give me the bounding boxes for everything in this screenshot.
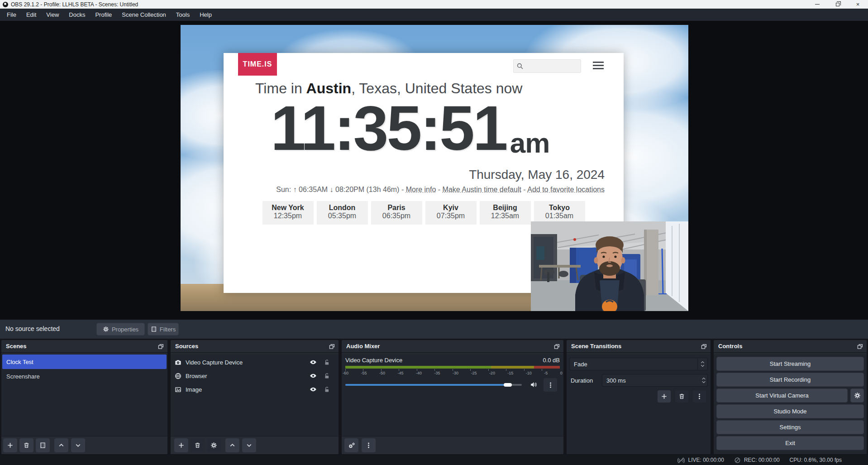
popout-icon[interactable] <box>157 343 164 350</box>
spinbox-arrows[interactable] <box>701 374 706 386</box>
scenes-title: Scenes <box>1 343 27 350</box>
city-card: New York12:35pm <box>262 201 314 225</box>
source-toolbar: No source selected Properties Filters <box>0 320 868 339</box>
sources-panel: Sources Video Capture Device Browser <box>171 340 339 454</box>
visibility-eye-icon[interactable] <box>310 372 317 379</box>
timeis-clock-row: 11:35:51 am <box>271 96 549 160</box>
sources-title: Sources <box>171 343 198 350</box>
remove-scene-button[interactable] <box>19 438 33 452</box>
chevron-up-icon <box>701 377 706 380</box>
cpu-fps-stats: CPU: 0.6%, 30.00 fps <box>790 457 842 463</box>
remove-source-button[interactable] <box>191 438 205 452</box>
add-source-button[interactable] <box>174 438 188 452</box>
source-item-image[interactable]: Image <box>171 383 339 396</box>
start-streaming-button[interactable]: Start Streaming <box>716 357 864 371</box>
add-transition-button[interactable] <box>658 390 671 403</box>
visibility-eye-icon[interactable] <box>310 386 317 393</box>
audio-mixer-header[interactable]: Audio Mixer <box>342 340 563 353</box>
menu-scene-collection[interactable]: Scene Collection <box>117 9 171 21</box>
source-up-button[interactable] <box>225 438 239 452</box>
more-info-link[interactable]: More info <box>406 186 436 193</box>
add-favorite-link[interactable]: Add to favorite locations <box>527 186 605 193</box>
transitions-title: Scene Transitions <box>567 343 621 350</box>
trash-icon <box>23 442 30 449</box>
menu-tools[interactable]: Tools <box>171 9 195 21</box>
sources-header[interactable]: Sources <box>171 340 339 353</box>
mixer-menu-button[interactable] <box>362 438 376 452</box>
duration-label: Duration <box>571 377 593 384</box>
lock-icon[interactable] <box>324 386 330 393</box>
trash-icon <box>678 393 685 400</box>
scene-item-clock-test[interactable]: Clock Test <box>2 355 167 369</box>
virtual-camera-config-button[interactable] <box>850 388 864 403</box>
filter-icon <box>39 442 46 449</box>
minimize-icon <box>815 4 820 5</box>
search-input[interactable] <box>525 60 580 72</box>
scene-down-button[interactable] <box>71 438 85 452</box>
globe-icon <box>175 373 181 379</box>
minimize-button[interactable] <box>807 0 827 9</box>
popout-icon[interactable] <box>329 343 335 350</box>
audio-toolbar <box>342 436 563 454</box>
advanced-audio-button[interactable] <box>344 438 358 452</box>
preview-video[interactable]: TIME.IS Time in Austin, Texas, United St… <box>181 25 688 311</box>
volume-slider-handle[interactable] <box>504 383 512 387</box>
select-spinner[interactable] <box>697 358 707 370</box>
chevron-up-icon <box>229 442 236 449</box>
filters-button[interactable]: Filters <box>148 323 179 336</box>
preview-canvas: TIME.IS Time in Austin, Texas, United St… <box>0 21 868 320</box>
start-virtual-camera-button[interactable]: Start Virtual Camera <box>716 388 848 403</box>
menu-file[interactable]: File <box>2 9 21 21</box>
speaker-icon[interactable] <box>530 381 538 388</box>
settings-button[interactable]: Settings <box>716 420 864 434</box>
transition-options-button[interactable] <box>693 390 706 403</box>
scenes-panel: Scenes Clock Test Screenshare <box>1 340 167 454</box>
source-properties-button[interactable] <box>207 438 221 452</box>
start-recording-button[interactable]: Start Recording <box>716 373 864 387</box>
duration-spinbox[interactable]: 300 ms <box>602 374 708 387</box>
rec-status: REC: 00:00:00 <box>734 457 780 464</box>
sources-toolbar <box>171 436 339 454</box>
source-item-browser[interactable]: Browser <box>171 369 339 383</box>
lock-icon[interactable] <box>324 359 330 366</box>
gear-icon <box>103 326 109 332</box>
restore-button[interactable] <box>827 0 848 9</box>
popout-icon[interactable] <box>701 343 707 350</box>
trash-icon <box>194 442 201 449</box>
chevron-up-icon <box>58 442 65 449</box>
menu-edit[interactable]: Edit <box>21 9 41 21</box>
scene-up-button[interactable] <box>54 438 68 452</box>
sources-list: Video Capture Device Browser Image <box>171 354 339 454</box>
mixer-options-button[interactable] <box>544 378 557 392</box>
popout-icon[interactable] <box>857 343 863 350</box>
scene-item-screenshare[interactable]: Screenshare <box>2 369 167 384</box>
lock-icon[interactable] <box>324 373 330 379</box>
plus-icon <box>661 393 668 400</box>
plus-icon <box>178 442 185 449</box>
scenes-header[interactable]: Scenes <box>1 340 167 353</box>
menu-docks[interactable]: Docks <box>64 9 90 21</box>
search-icon <box>516 62 524 70</box>
popout-icon[interactable] <box>553 343 560 350</box>
menu-help[interactable]: Help <box>195 9 217 21</box>
make-default-link[interactable]: Make Austin time default <box>443 186 521 193</box>
studio-mode-button[interactable]: Studio Mode <box>716 404 864 418</box>
source-item-video-capture[interactable]: Video Capture Device <box>171 355 339 369</box>
hamburger-menu-icon[interactable] <box>593 62 604 71</box>
source-down-button[interactable] <box>242 438 256 452</box>
menu-profile[interactable]: Profile <box>90 9 117 21</box>
scene-filters-button[interactable] <box>36 438 50 452</box>
remove-transition-button[interactable] <box>675 390 688 403</box>
transitions-header[interactable]: Scene Transitions <box>567 340 711 353</box>
properties-button[interactable]: Properties <box>96 323 145 336</box>
visibility-eye-icon[interactable] <box>310 359 317 366</box>
menu-view[interactable]: View <box>41 9 64 21</box>
scenes-list: Clock Test Screenshare <box>1 354 167 454</box>
close-button[interactable]: × <box>848 0 868 9</box>
add-scene-button[interactable] <box>3 438 17 452</box>
controls-header[interactable]: Controls <box>714 340 867 353</box>
webcam-overlay[interactable] <box>531 221 688 311</box>
exit-button[interactable]: Exit <box>716 436 864 450</box>
volume-slider[interactable] <box>345 384 522 386</box>
transition-select[interactable]: Fade <box>569 358 708 370</box>
